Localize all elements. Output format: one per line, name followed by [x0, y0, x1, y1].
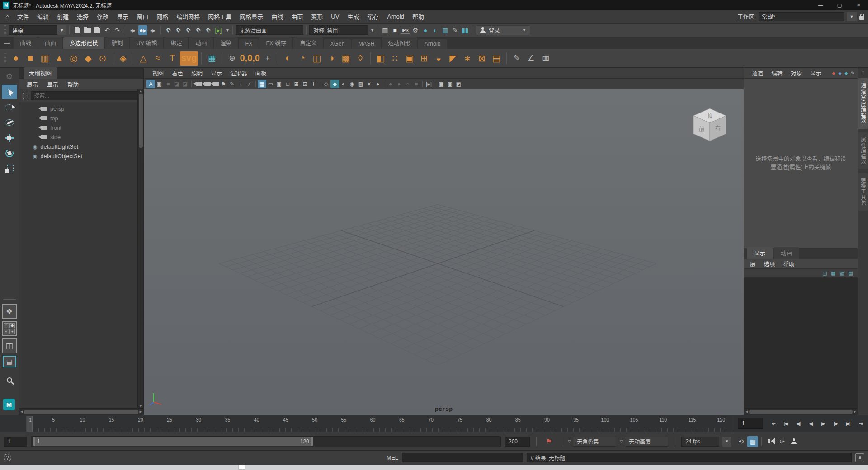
- sidebar-options-icon[interactable]: ≡: [862, 70, 864, 75]
- gate-mask-icon[interactable]: □: [283, 80, 292, 88]
- login-button[interactable]: 登录 ▼: [476, 25, 530, 35]
- measure-icon[interactable]: ∠: [524, 51, 538, 66]
- shelf-tab-曲线[interactable]: 曲线: [14, 37, 38, 49]
- type-tool-icon[interactable]: T: [165, 51, 179, 66]
- channel-menu-通道[interactable]: 通道: [748, 69, 767, 77]
- layer-tab-显示[interactable]: 显示: [747, 247, 773, 259]
- step-forward-frame-button[interactable]: |▶: [830, 418, 841, 429]
- menu-曲面[interactable]: 曲面: [287, 12, 307, 21]
- move-tool[interactable]: [2, 131, 17, 145]
- xray-icon[interactable]: ◩: [454, 80, 463, 88]
- layer-icon-1[interactable]: ◫: [821, 269, 829, 277]
- viewport-canvas[interactable]: 顶前右 persp: [144, 89, 744, 415]
- tear-off-icon[interactable]: ▣: [437, 80, 446, 88]
- rotate-tool-glyph[interactable]: [4, 148, 14, 158]
- outliner-item-defaultLightSet[interactable]: ◉defaultLightSet: [19, 142, 143, 151]
- multi-cut-icon[interactable]: ◫: [310, 51, 324, 66]
- ao-icon[interactable]: ☀: [365, 80, 373, 88]
- outliner-vscrollbar[interactable]: ▲▼: [137, 89, 143, 408]
- shelf-tab-多边形建模[interactable]: 多边形建模: [63, 37, 104, 49]
- channel-menu-编辑[interactable]: 编辑: [767, 69, 787, 77]
- ipr-render-icon[interactable]: IPR: [401, 27, 410, 34]
- time-slider-track[interactable]: 1510152025303540455055606570758085909510…: [26, 416, 732, 432]
- dim-icon-2[interactable]: ◪: [172, 80, 181, 88]
- axis-cross-icon[interactable]: +: [261, 51, 274, 66]
- scatter-icon[interactable]: ∷: [388, 51, 402, 66]
- view-cube[interactable]: 顶前右: [693, 108, 726, 141]
- lasso-tool[interactable]: [2, 100, 17, 114]
- home-icon[interactable]: ⌂: [5, 13, 9, 20]
- loop-mode-icon[interactable]: ⟲: [736, 436, 746, 447]
- lock-camera-icon[interactable]: [202, 80, 211, 88]
- script-editor-icon[interactable]: ≡: [855, 453, 864, 462]
- bevel-icon[interactable]: ◤: [446, 51, 460, 66]
- shelf-collapse-icon[interactable]: [4, 43, 10, 47]
- film-gate-icon[interactable]: ▭: [266, 80, 275, 88]
- snap-caret-icon[interactable]: ▼: [226, 28, 230, 33]
- two-pane-layout[interactable]: ◫: [2, 338, 17, 353]
- grid-toggle-icon[interactable]: ▦: [258, 80, 266, 88]
- menu-缓存[interactable]: 缓存: [363, 12, 383, 21]
- workspace-dropdown[interactable]: 常规*: [759, 12, 844, 21]
- shelf-tab-MASH[interactable]: MASH: [352, 39, 381, 49]
- combine-icon[interactable]: ◔: [296, 51, 309, 66]
- frame-selected-icon[interactable]: ▣: [155, 80, 164, 88]
- pencil-icon[interactable]: ∕: [245, 80, 254, 88]
- platonic-solid-icon[interactable]: ◈: [116, 51, 130, 66]
- menu-网格工具[interactable]: 网格工具: [204, 12, 236, 21]
- dim-icon-1[interactable]: ■: [164, 80, 172, 88]
- viewport-menu-面板[interactable]: 面板: [251, 68, 271, 78]
- command-language-toggle[interactable]: MEL: [387, 455, 398, 461]
- select-object-icon[interactable]: ●▸: [138, 25, 147, 35]
- zoom-tool-glyph[interactable]: [7, 377, 12, 383]
- speed-key-blue-icon[interactable]: ◆: [837, 70, 843, 77]
- current-frame-field[interactable]: 1: [738, 418, 763, 429]
- dim-icon-5[interactable]: ●: [395, 80, 403, 88]
- new-scene-icon-glyph[interactable]: [75, 27, 80, 33]
- maximize-button[interactable]: ▢: [830, 0, 849, 10]
- select-component-icon[interactable]: ▪▸: [148, 25, 157, 35]
- menu-曲线[interactable]: 曲线: [267, 12, 287, 21]
- grease-pencil-icon[interactable]: ✎: [228, 80, 236, 88]
- camera-attributes-icon[interactable]: [211, 80, 219, 88]
- menu-UV[interactable]: UV: [327, 13, 343, 20]
- render-region-icon[interactable]: ■: [391, 25, 400, 35]
- light-editor-icon[interactable]: ◐: [431, 25, 440, 35]
- animation-start-field[interactable]: 1: [4, 437, 27, 446]
- layer-icon-4[interactable]: ▤: [847, 269, 854, 277]
- channel-pencil-icon[interactable]: ✎: [849, 70, 856, 77]
- scale-tool[interactable]: [2, 161, 17, 176]
- outliner-persp-layout[interactable]: ▤: [3, 356, 16, 367]
- draw-grid-icon[interactable]: ▦: [539, 51, 552, 66]
- poly-cylinder-icon[interactable]: ▥: [38, 51, 52, 66]
- menu-生成[interactable]: 生成: [343, 12, 363, 21]
- paint-effects-icon[interactable]: ✎: [451, 25, 460, 35]
- spread-icon[interactable]: ∗: [461, 51, 474, 66]
- shelf-tab-雕刻[interactable]: 雕刻: [105, 37, 129, 49]
- menu-显示[interactable]: 显示: [113, 12, 132, 21]
- poly-sphere-icon[interactable]: ●: [9, 51, 23, 66]
- menu-Arnold[interactable]: Arnold: [383, 13, 408, 20]
- dim-icon-6[interactable]: ○: [403, 80, 412, 88]
- step-back-key-button[interactable]: |◀: [780, 418, 792, 429]
- construction-aim-icon[interactable]: ⊕: [225, 51, 239, 66]
- menuset-caret-icon[interactable]: ▼: [57, 25, 66, 35]
- resolution-gate-icon[interactable]: ▣: [275, 80, 283, 88]
- range-track[interactable]: 1 120: [31, 436, 501, 447]
- layer-menu-层[interactable]: 层: [746, 259, 760, 268]
- shaded-mode-icon[interactable]: ◆: [330, 80, 339, 88]
- wireframe-mode-icon[interactable]: ◇: [322, 80, 330, 88]
- step-forward-key-button[interactable]: ▶|: [842, 418, 854, 429]
- outliner-menu-显示[interactable]: 显示: [43, 79, 62, 89]
- close-button[interactable]: ✕: [849, 0, 868, 10]
- viewport-menu-渲染器[interactable]: 渲染器: [226, 68, 251, 78]
- shelf-tab-动画[interactable]: 动画: [189, 37, 213, 49]
- cells-icon[interactable]: ▤: [490, 51, 503, 66]
- audio-toggle-icon[interactable]: [765, 436, 776, 447]
- zoom-tool[interactable]: [2, 373, 17, 387]
- safe-action-icon[interactable]: ⊡: [301, 80, 309, 88]
- open-scene-icon[interactable]: [83, 25, 92, 35]
- pane-toggle-icon[interactable]: ▣: [446, 80, 454, 88]
- play-backwards-button[interactable]: ◀: [805, 418, 816, 429]
- mirror-icon[interactable]: ◧: [374, 51, 387, 66]
